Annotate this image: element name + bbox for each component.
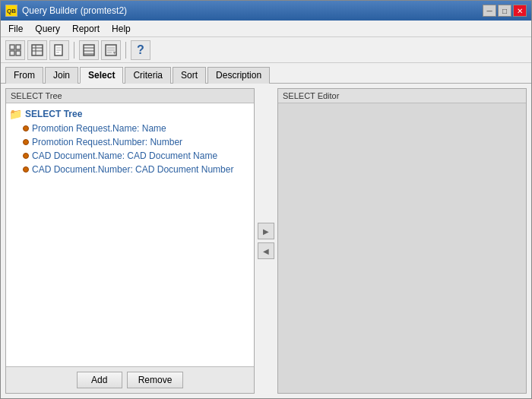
menu-report[interactable]: Report	[68, 22, 104, 35]
tree-bullet-1	[23, 139, 29, 145]
maximize-button[interactable]: □	[498, 5, 511, 17]
left-panel-header: SELECT Tree	[6, 89, 254, 103]
window-icon: QB	[5, 5, 17, 17]
tree-item-label-0: Promotion Request.Name: Name	[32, 123, 166, 134]
arrow-right-icon: ▶	[263, 227, 269, 236]
tab-sort[interactable]: Sort	[173, 67, 206, 84]
menu-bar: File Query Report Help	[1, 21, 531, 37]
tree-root-label: SELECT Tree	[25, 109, 82, 119]
tree-root[interactable]: 📁 SELECT Tree	[9, 106, 251, 122]
title-controls: ─ □ ✕	[483, 5, 527, 17]
tab-criteria[interactable]: Criteria	[125, 67, 171, 84]
tab-select[interactable]: Select	[80, 67, 123, 84]
minimize-button[interactable]: ─	[483, 5, 496, 17]
window-title: Query Builder (promtest2)	[22, 5, 127, 16]
tree-item-label-2: CAD Document.Name: CAD Document Name	[32, 150, 217, 161]
tabs: From Join Select Criteria Sort Descripti…	[1, 63, 531, 84]
toolbar: ?	[1, 37, 531, 63]
left-bottom: Add Remove	[6, 366, 254, 393]
arrow-left-icon: ◀	[263, 247, 269, 255]
svg-rect-1	[16, 45, 21, 49]
tree-item-0[interactable]: Promotion Request.Name: Name	[23, 122, 251, 135]
tree-item-label-1: Promotion Request.Number: Number	[32, 137, 182, 147]
tab-from[interactable]: From	[5, 67, 43, 84]
toolbar-button-3[interactable]	[49, 40, 69, 60]
svg-rect-3	[16, 51, 21, 55]
right-panel: SELECT Editor	[277, 88, 527, 394]
folder-icon: 📁	[9, 108, 22, 120]
tree-bullet-3	[23, 166, 29, 173]
toolbar-button-2[interactable]	[27, 40, 47, 60]
tree-item-2[interactable]: CAD Document.Name: CAD Document Name	[23, 149, 251, 163]
toolbar-button-1[interactable]	[5, 40, 25, 60]
right-panel-content	[278, 103, 526, 393]
menu-file[interactable]: File	[4, 22, 27, 35]
tab-join[interactable]: Join	[45, 67, 78, 84]
title-bar-left: QB Query Builder (promtest2)	[5, 5, 127, 17]
svg-rect-0	[10, 45, 14, 49]
menu-query[interactable]: Query	[30, 22, 65, 35]
add-button[interactable]: Add	[77, 372, 122, 388]
toolbar-separator-2	[125, 42, 126, 59]
main-window: QB Query Builder (promtest2) ─ □ ✕ File …	[0, 0, 532, 399]
tree-item-3[interactable]: CAD Document.Number: CAD Document Number	[23, 163, 251, 176]
tab-description[interactable]: Description	[207, 67, 270, 84]
arrow-right-button[interactable]: ▶	[258, 223, 274, 239]
middle-arrows: ▶ ◀	[255, 88, 277, 394]
tree-area: 📁 SELECT Tree Promotion Request.Name: Na…	[6, 103, 254, 366]
svg-marker-20	[113, 52, 116, 55]
title-bar: QB Query Builder (promtest2) ─ □ ✕	[1, 1, 531, 21]
arrow-left-button[interactable]: ◀	[258, 242, 274, 259]
toolbar-button-5[interactable]	[101, 40, 121, 60]
close-button[interactable]: ✕	[513, 5, 527, 17]
toolbar-button-help[interactable]: ?	[131, 40, 150, 60]
tree-bullet-0	[23, 125, 29, 131]
tree-children: Promotion Request.Name: Name Promotion R…	[23, 122, 251, 176]
tree-bullet-2	[23, 153, 29, 159]
left-panel: SELECT Tree 📁 SELECT Tree Promotion Requ…	[5, 88, 255, 394]
svg-rect-4	[32, 45, 43, 55]
main-content: SELECT Tree 📁 SELECT Tree Promotion Requ…	[1, 84, 531, 398]
svg-rect-2	[10, 51, 14, 55]
tree-item-label-3: CAD Document.Number: CAD Document Number	[32, 164, 233, 175]
menu-help[interactable]: Help	[107, 22, 135, 35]
right-panel-header: SELECT Editor	[278, 89, 526, 103]
remove-button[interactable]: Remove	[127, 372, 184, 388]
toolbar-button-4[interactable]	[79, 40, 99, 60]
toolbar-separator-1	[74, 42, 74, 59]
tree-item-1[interactable]: Promotion Request.Number: Number	[23, 135, 251, 149]
